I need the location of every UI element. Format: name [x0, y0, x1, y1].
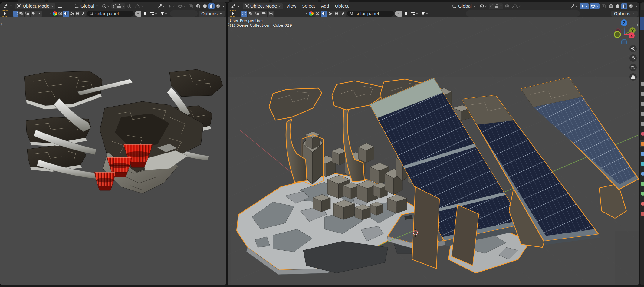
asset-rating-button[interactable]	[395, 11, 402, 17]
editor-type-button[interactable]	[2, 3, 14, 9]
search-input[interactable]	[356, 11, 391, 16]
show-gizmo-button[interactable]	[167, 3, 176, 9]
select-mode-intersect[interactable]	[36, 11, 42, 17]
menu-select[interactable]: Select	[300, 4, 317, 8]
categories-dropdown[interactable]	[409, 11, 419, 16]
tool-options-dropdown[interactable]: Options	[611, 11, 638, 17]
asset-bar-region[interactable]	[170, 10, 198, 17]
workspace-tab[interactable]	[18, 0, 45, 2]
shading-rendered-button[interactable]	[215, 3, 221, 9]
shading-dropdown-icon[interactable]	[222, 5, 225, 8]
solar-station-model[interactable]	[237, 78, 639, 275]
axis-z-ball[interactable]: Z	[621, 19, 627, 26]
left-viewport-canvas[interactable]: 〉	[0, 17, 226, 285]
shading-solid-button[interactable]	[614, 3, 621, 9]
blenderkit-logo-icon[interactable]	[309, 11, 314, 16]
filter-dropdown[interactable]	[159, 11, 168, 16]
show-overlays-button[interactable]	[177, 3, 187, 9]
active-tool-button[interactable]	[229, 10, 236, 17]
navigation-gizmo[interactable]: Z Y X	[610, 18, 638, 44]
bookmarks-button[interactable]	[142, 11, 148, 16]
snapping-group[interactable]	[489, 3, 503, 9]
asset-type-model[interactable]	[58, 11, 64, 17]
axis-x-ball[interactable]: X	[629, 32, 635, 38]
select-mode-invert[interactable]	[261, 11, 268, 17]
shading-solid-button[interactable]	[202, 3, 208, 9]
panel-collapse-icon[interactable]	[305, 12, 308, 15]
toolbar-expand-arrow[interactable]: 〉	[0, 21, 3, 28]
blenderkit-logo-icon[interactable]	[53, 11, 57, 16]
zoom-button[interactable]	[629, 45, 637, 52]
asset-type-hdr[interactable]	[334, 11, 340, 17]
tab-viewlayer-icon[interactable]	[641, 112, 644, 116]
object-type-visibility-dropdown[interactable]	[569, 3, 579, 9]
tab-constraints-icon[interactable]	[641, 182, 644, 186]
collapsed-menus-button[interactable]	[56, 5, 64, 8]
mode-dropdown[interactable]: Object Mode	[15, 3, 55, 9]
select-mode-subtract[interactable]	[254, 11, 261, 17]
bookmarks-button[interactable]	[403, 11, 409, 16]
sliver-header-stub[interactable]	[641, 3, 644, 10]
transform-pivot-button[interactable]	[101, 3, 110, 9]
tab-material-icon[interactable]	[641, 202, 644, 206]
tab-physics-icon[interactable]	[641, 172, 644, 176]
camera-view-button[interactable]	[629, 64, 637, 71]
proportional-falloff-dropdown[interactable]	[511, 3, 522, 9]
asset-type-material[interactable]	[63, 11, 69, 17]
tool-options-dropdown[interactable]: Options	[199, 11, 225, 17]
toggle-xray-button[interactable]	[188, 3, 194, 9]
asset-type-material[interactable]	[321, 11, 327, 17]
tab-output-icon[interactable]	[641, 102, 644, 106]
transform-pivot-button[interactable]	[479, 3, 488, 9]
shading-wireframe-button[interactable]	[195, 3, 201, 9]
asset-type-brush[interactable]	[340, 11, 346, 17]
workspace-tab[interactable]	[48, 0, 82, 2]
asset-search-field[interactable]	[87, 11, 134, 17]
tab-texture-icon[interactable]	[641, 212, 644, 216]
tab-particles-icon[interactable]	[641, 162, 644, 166]
proportional-falloff-dropdown[interactable]	[133, 3, 144, 9]
editor-type-button[interactable]	[229, 3, 242, 9]
select-mode-intersect[interactable]	[268, 11, 274, 17]
select-mode-extend[interactable]	[248, 11, 254, 17]
object-type-visibility-dropdown[interactable]	[156, 3, 166, 9]
asset-type-hdr[interactable]	[75, 11, 80, 17]
tab-world-icon[interactable]	[641, 132, 644, 136]
show-overlays-button[interactable]	[590, 3, 600, 9]
select-mode-set[interactable]	[241, 11, 248, 17]
panel-collapse-icon[interactable]	[49, 12, 52, 15]
mode-dropdown[interactable]: Object Mode	[243, 3, 283, 9]
show-gizmo-button[interactable]	[580, 3, 589, 9]
menu-add[interactable]: Add	[319, 4, 332, 8]
workspace-tab[interactable]	[272, 0, 318, 2]
axis-neg-y-ball[interactable]	[614, 31, 620, 38]
workspace-tab[interactable]	[232, 0, 269, 2]
pan-button[interactable]	[629, 54, 637, 62]
tab-object-icon[interactable]	[641, 142, 644, 146]
left-3d-scene[interactable]	[0, 17, 226, 285]
asset-type-model[interactable]	[314, 11, 321, 17]
toggle-xray-button[interactable]	[600, 3, 607, 9]
axis-neg-z-ball[interactable]	[621, 39, 627, 44]
asset-search-field[interactable]	[347, 11, 394, 17]
active-tool-button[interactable]	[2, 10, 8, 17]
tab-modifiers-icon[interactable]	[641, 152, 644, 156]
proportional-editing-button[interactable]	[126, 3, 133, 9]
workspace-tab-active[interactable]	[212, 0, 229, 2]
menu-view[interactable]: View	[284, 4, 299, 8]
search-input[interactable]	[95, 11, 131, 16]
shading-dropdown-icon[interactable]	[635, 5, 638, 8]
asset-bar-region[interactable]	[466, 10, 580, 17]
perspective-toggle-button[interactable]	[629, 73, 637, 81]
shading-material-button[interactable]	[621, 3, 627, 9]
menu-object[interactable]: Object	[333, 4, 351, 8]
shading-rendered-button[interactable]	[628, 3, 634, 9]
asset-type-scene[interactable]	[69, 11, 75, 17]
tab-render-icon[interactable]	[641, 92, 644, 96]
axis-y-ball[interactable]: Y	[629, 27, 636, 33]
asset-type-scene[interactable]	[327, 11, 334, 17]
spaceship-model[interactable]	[24, 69, 223, 193]
transform-orientation-dropdown[interactable]: Global	[450, 3, 478, 9]
categories-dropdown[interactable]	[149, 11, 158, 16]
snapping-group[interactable]	[111, 3, 125, 9]
